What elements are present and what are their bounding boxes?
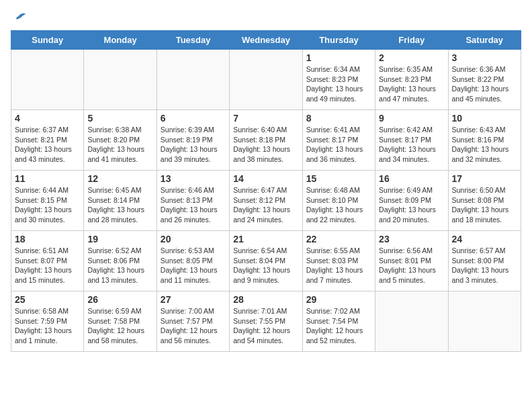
day-number: 26: [87, 294, 152, 305]
calendar-cell: 9Sunrise: 6:42 AM Sunset: 8:17 PM Daylig…: [375, 110, 448, 171]
calendar-cell: 6Sunrise: 6:39 AM Sunset: 8:19 PM Daylig…: [157, 110, 229, 171]
day-number: 24: [452, 234, 517, 244]
calendar-cell: 12Sunrise: 6:45 AM Sunset: 8:14 PM Dayli…: [84, 171, 157, 231]
calendar-cell: [84, 50, 157, 110]
day-number: 13: [161, 173, 226, 184]
day-info: Sunrise: 6:41 AM Sunset: 8:17 PM Dayligh…: [306, 125, 371, 165]
day-info: Sunrise: 6:52 AM Sunset: 8:06 PM Dayligh…: [87, 246, 152, 285]
day-info: Sunrise: 6:47 AM Sunset: 8:12 PM Dayligh…: [233, 185, 298, 225]
calendar-cell: 19Sunrise: 6:52 AM Sunset: 8:06 PM Dayli…: [84, 231, 157, 291]
day-info: Sunrise: 6:58 AM Sunset: 7:59 PM Dayligh…: [15, 306, 80, 346]
day-number: 28: [233, 294, 298, 305]
logo: [11, 11, 30, 25]
calendar-cell: 25Sunrise: 6:58 AM Sunset: 7:59 PM Dayli…: [11, 291, 84, 352]
calendar-cell: 22Sunrise: 6:55 AM Sunset: 8:03 PM Dayli…: [302, 231, 375, 291]
calendar-cell: 24Sunrise: 6:57 AM Sunset: 8:00 PM Dayli…: [448, 231, 521, 291]
day-number: 6: [161, 113, 226, 124]
calendar-cell: 11Sunrise: 6:44 AM Sunset: 8:15 PM Dayli…: [11, 171, 84, 231]
day-info: Sunrise: 7:00 AM Sunset: 7:57 PM Dayligh…: [161, 306, 226, 346]
day-number: 14: [233, 173, 298, 184]
day-number: 1: [306, 52, 371, 63]
day-number: 25: [15, 294, 80, 305]
day-info: Sunrise: 6:46 AM Sunset: 8:13 PM Dayligh…: [161, 185, 226, 225]
calendar-cell: [375, 291, 448, 352]
day-info: Sunrise: 6:57 AM Sunset: 8:00 PM Dayligh…: [452, 246, 517, 285]
day-number: 3: [452, 52, 517, 63]
day-info: Sunrise: 6:53 AM Sunset: 8:05 PM Dayligh…: [161, 246, 226, 285]
weekday-header-sunday: Sunday: [11, 31, 84, 50]
calendar-cell: 29Sunrise: 7:02 AM Sunset: 7:54 PM Dayli…: [302, 291, 375, 352]
day-number: 21: [233, 234, 298, 244]
day-number: 9: [379, 113, 444, 124]
calendar-cell: [230, 50, 302, 110]
calendar-cell: 26Sunrise: 6:59 AM Sunset: 7:58 PM Dayli…: [84, 291, 157, 352]
calendar-cell: 18Sunrise: 6:51 AM Sunset: 8:07 PM Dayli…: [11, 231, 84, 291]
day-number: 12: [87, 173, 152, 184]
day-info: Sunrise: 6:55 AM Sunset: 8:03 PM Dayligh…: [306, 246, 371, 285]
day-info: Sunrise: 6:38 AM Sunset: 8:20 PM Dayligh…: [87, 125, 152, 165]
calendar-cell: 23Sunrise: 6:56 AM Sunset: 8:01 PM Dayli…: [375, 231, 448, 291]
day-info: Sunrise: 6:49 AM Sunset: 8:09 PM Dayligh…: [379, 185, 444, 225]
day-info: Sunrise: 6:40 AM Sunset: 8:18 PM Dayligh…: [233, 125, 298, 165]
day-number: 8: [306, 113, 371, 124]
calendar-cell: 5Sunrise: 6:38 AM Sunset: 8:20 PM Daylig…: [84, 110, 157, 171]
calendar-cell: 10Sunrise: 6:43 AM Sunset: 8:16 PM Dayli…: [448, 110, 521, 171]
day-number: 19: [87, 234, 152, 244]
day-info: Sunrise: 6:50 AM Sunset: 8:08 PM Dayligh…: [452, 185, 517, 225]
calendar-cell: 13Sunrise: 6:46 AM Sunset: 8:13 PM Dayli…: [157, 171, 229, 231]
day-info: Sunrise: 6:43 AM Sunset: 8:16 PM Dayligh…: [452, 125, 517, 165]
calendar-cell: 17Sunrise: 6:50 AM Sunset: 8:08 PM Dayli…: [448, 171, 521, 231]
day-number: 20: [161, 234, 226, 244]
day-info: Sunrise: 6:34 AM Sunset: 8:23 PM Dayligh…: [306, 64, 371, 104]
day-info: Sunrise: 6:51 AM Sunset: 8:07 PM Dayligh…: [15, 246, 80, 285]
header: [11, 11, 521, 25]
calendar-cell: 3Sunrise: 6:36 AM Sunset: 8:22 PM Daylig…: [448, 50, 521, 110]
day-number: 5: [87, 113, 152, 124]
calendar-cell: 21Sunrise: 6:54 AM Sunset: 8:04 PM Dayli…: [230, 231, 302, 291]
day-number: 10: [452, 113, 517, 124]
calendar-cell: 15Sunrise: 6:48 AM Sunset: 8:10 PM Dayli…: [302, 171, 375, 231]
day-info: Sunrise: 6:36 AM Sunset: 8:22 PM Dayligh…: [452, 64, 517, 104]
day-info: Sunrise: 7:02 AM Sunset: 7:54 PM Dayligh…: [306, 306, 371, 346]
day-info: Sunrise: 6:35 AM Sunset: 8:23 PM Dayligh…: [379, 64, 444, 104]
weekday-header-thursday: Thursday: [302, 31, 375, 50]
calendar-cell: [157, 50, 229, 110]
calendar-cell: 4Sunrise: 6:37 AM Sunset: 8:21 PM Daylig…: [11, 110, 84, 171]
calendar-table: SundayMondayTuesdayWednesdayThursdayFrid…: [11, 30, 521, 352]
day-info: Sunrise: 6:42 AM Sunset: 8:17 PM Dayligh…: [379, 125, 444, 165]
day-info: Sunrise: 7:01 AM Sunset: 7:55 PM Dayligh…: [233, 306, 298, 346]
day-number: 16: [379, 173, 444, 184]
weekday-header-friday: Friday: [375, 31, 448, 50]
weekday-header-saturday: Saturday: [448, 31, 521, 50]
day-info: Sunrise: 6:56 AM Sunset: 8:01 PM Dayligh…: [379, 246, 444, 285]
day-number: 27: [161, 294, 226, 305]
calendar-cell: 20Sunrise: 6:53 AM Sunset: 8:05 PM Dayli…: [157, 231, 229, 291]
weekday-header-tuesday: Tuesday: [157, 31, 229, 50]
day-number: 11: [15, 173, 80, 184]
calendar-cell: 27Sunrise: 7:00 AM Sunset: 7:57 PM Dayli…: [157, 291, 229, 352]
day-info: Sunrise: 6:37 AM Sunset: 8:21 PM Dayligh…: [15, 125, 80, 165]
day-info: Sunrise: 6:54 AM Sunset: 8:04 PM Dayligh…: [233, 246, 298, 285]
day-number: 17: [452, 173, 517, 184]
day-number: 7: [233, 113, 298, 124]
calendar-cell: 2Sunrise: 6:35 AM Sunset: 8:23 PM Daylig…: [375, 50, 448, 110]
calendar-cell: 1Sunrise: 6:34 AM Sunset: 8:23 PM Daylig…: [302, 50, 375, 110]
day-number: 18: [15, 234, 80, 244]
calendar-cell: 28Sunrise: 7:01 AM Sunset: 7:55 PM Dayli…: [230, 291, 302, 352]
day-info: Sunrise: 6:45 AM Sunset: 8:14 PM Dayligh…: [87, 185, 152, 225]
calendar-cell: 16Sunrise: 6:49 AM Sunset: 8:09 PM Dayli…: [375, 171, 448, 231]
calendar-cell: 14Sunrise: 6:47 AM Sunset: 8:12 PM Dayli…: [230, 171, 302, 231]
calendar-cell: 7Sunrise: 6:40 AM Sunset: 8:18 PM Daylig…: [230, 110, 302, 171]
day-info: Sunrise: 6:59 AM Sunset: 7:58 PM Dayligh…: [87, 306, 152, 346]
day-info: Sunrise: 6:44 AM Sunset: 8:15 PM Dayligh…: [15, 185, 80, 225]
day-info: Sunrise: 6:39 AM Sunset: 8:19 PM Dayligh…: [161, 125, 226, 165]
weekday-header-monday: Monday: [84, 31, 157, 50]
day-number: 15: [306, 173, 371, 184]
weekday-header-wednesday: Wednesday: [230, 31, 302, 50]
calendar-cell: 8Sunrise: 6:41 AM Sunset: 8:17 PM Daylig…: [302, 110, 375, 171]
day-number: 29: [306, 294, 371, 305]
day-number: 22: [306, 234, 371, 244]
calendar-cell: [448, 291, 521, 352]
day-number: 2: [379, 52, 444, 63]
calendar-cell: [11, 50, 84, 110]
